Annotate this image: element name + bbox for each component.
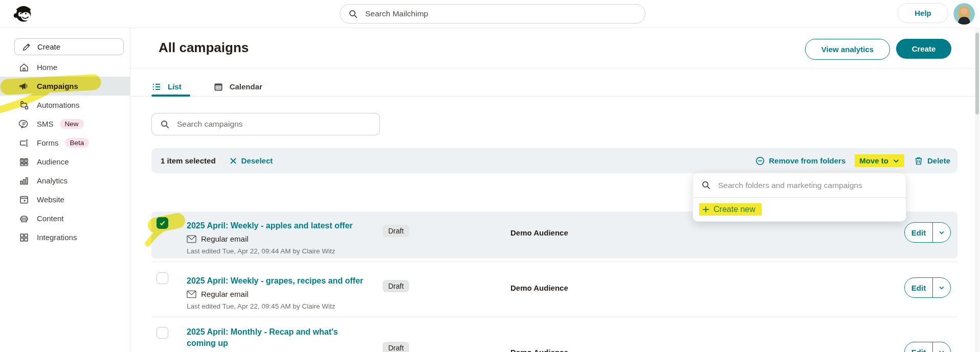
sidebar-item-campaigns[interactable]: Campaigns — [0, 77, 130, 96]
sidebar-item-label: Content — [37, 214, 64, 223]
folder-search-input[interactable] — [717, 180, 898, 191]
tabs-divider — [130, 96, 980, 97]
delete-button[interactable]: Delete — [914, 156, 950, 166]
sidebar-item-label: Integrations — [37, 233, 77, 242]
sidebar-item-automations[interactable]: Automations — [0, 96, 130, 114]
edit-button[interactable]: Edit — [905, 223, 932, 242]
sidebar-item-forms[interactable]: Forms Beta — [0, 133, 130, 152]
search-icon — [348, 9, 358, 19]
megaphone-icon — [18, 81, 30, 92]
global-search — [340, 4, 645, 24]
home-icon — [18, 62, 30, 73]
plus-icon — [701, 205, 710, 214]
campaign-type: Regular email — [201, 290, 249, 298]
edit-button[interactable]: Edit — [905, 278, 932, 297]
sidebar: Create Home Campaigns Automations SMS Ne… — [0, 28, 130, 352]
edit-dropdown-toggle[interactable] — [932, 223, 950, 242]
selected-count: 1 item selected — [161, 156, 216, 165]
remove-from-folders-button[interactable]: Remove from folders — [755, 156, 845, 166]
row-checkbox[interactable] — [157, 272, 168, 284]
move-to-label: Move to — [859, 156, 888, 165]
global-search-input[interactable] — [364, 9, 637, 19]
page-title: All campaigns — [159, 40, 249, 56]
sidebar-item-analytics[interactable]: Analytics — [0, 171, 130, 190]
folder-search — [693, 173, 906, 198]
campaign-row: 2025 April: Weekly - grapes, recipes and… — [151, 267, 957, 314]
user-avatar[interactable] — [953, 3, 975, 25]
edit-dropdown-toggle[interactable] — [932, 342, 950, 352]
trash-icon — [914, 156, 924, 166]
envelope-icon — [187, 235, 196, 243]
chevron-down-icon — [893, 157, 900, 165]
deselect-button[interactable]: Deselect — [229, 156, 273, 165]
new-badge: New — [60, 119, 84, 129]
row-divider — [151, 317, 957, 317]
create-campaign-button[interactable]: Create — [896, 39, 951, 59]
search-icon — [160, 120, 170, 129]
edit-dropdown-toggle[interactable] — [932, 278, 950, 297]
sidebar-item-label: Analytics — [37, 176, 68, 185]
sidebar-create-button[interactable]: Create — [14, 38, 124, 55]
active-tab-indicator — [151, 95, 190, 97]
help-button[interactable]: Help — [898, 3, 948, 23]
pencil-icon — [22, 42, 31, 52]
status-badge: Draft — [383, 342, 409, 352]
tab-list[interactable]: List — [151, 82, 182, 92]
row-checkbox[interactable] — [157, 327, 168, 339]
campaign-name-link[interactable]: 2025 April: Weekly - grapes, recipes and… — [187, 275, 363, 287]
move-to-button[interactable]: Move to — [855, 154, 904, 167]
scrollbar-thumb[interactable] — [975, 33, 979, 114]
audience-icon — [18, 156, 30, 168]
content-icon — [18, 213, 30, 224]
edit-split-button: Edit — [904, 342, 951, 352]
campaign-row: 2025 April: Monthly - Recap and what's c… — [151, 321, 957, 352]
view-analytics-button[interactable]: View analytics — [805, 39, 890, 60]
audience-name: Demo Audience — [510, 284, 568, 292]
sidebar-item-label: Campaigns — [37, 82, 78, 90]
tab-calendar[interactable]: Calendar — [213, 82, 262, 92]
create-new-folder-button[interactable]: Create new — [693, 198, 906, 221]
sidebar-item-sms[interactable]: SMS New — [0, 114, 130, 133]
campaign-search — [151, 113, 380, 135]
delete-label: Delete — [927, 156, 950, 165]
sidebar-item-home[interactable]: Home — [0, 58, 130, 77]
chevron-down-icon — [938, 229, 945, 236]
chevron-down-icon — [938, 348, 945, 352]
sidebar-item-audience[interactable]: Audience — [0, 152, 130, 171]
create-label: Create — [37, 42, 60, 51]
header-divider — [130, 68, 980, 68]
sidebar-item-label: SMS — [37, 120, 54, 128]
sidebar-item-content[interactable]: Content — [0, 209, 130, 228]
tab-calendar-label: Calendar — [230, 82, 262, 91]
sidebar-item-label: Automations — [37, 101, 79, 109]
edit-button[interactable]: Edit — [905, 342, 932, 352]
integrations-icon — [18, 232, 30, 243]
list-icon — [151, 82, 162, 92]
beta-badge: Beta — [65, 138, 90, 148]
selection-bar: 1 item selected Deselect Remove from fol… — [151, 148, 957, 173]
deselect-label: Deselect — [241, 156, 273, 165]
row-checkbox-checked[interactable] — [157, 217, 168, 229]
sidebar-item-website[interactable]: Website — [0, 190, 130, 209]
campaign-name-link[interactable]: 2025 April: Monthly - Recap and what's c… — [187, 326, 355, 349]
mailchimp-logo-icon[interactable] — [12, 2, 35, 25]
top-bar: Help — [0, 0, 980, 28]
create-new-label: Create new — [714, 205, 755, 214]
last-edited-text: Last edited Tue, Apr 22, 09:45 AM by Cla… — [187, 302, 335, 310]
close-icon — [229, 157, 237, 165]
sidebar-item-label: Website — [37, 195, 64, 204]
sms-icon — [18, 119, 30, 130]
sidebar-nav: Home Campaigns Automations SMS New Forms… — [0, 58, 130, 247]
sidebar-item-integrations[interactable]: Integrations — [0, 228, 130, 247]
campaign-name-link[interactable]: 2025 April: Weekly - apples and latest o… — [187, 220, 353, 231]
forms-icon — [18, 137, 30, 149]
last-edited-text: Last edited Tue, Apr 22, 09:44 AM by Cla… — [187, 247, 335, 255]
chevron-down-icon — [938, 284, 945, 291]
sidebar-item-label: Audience — [37, 157, 69, 166]
row-divider — [151, 262, 957, 262]
campaign-search-input[interactable] — [176, 119, 371, 129]
main-content: All campaigns View analytics Create List… — [130, 28, 980, 352]
tab-list-label: List — [168, 82, 182, 91]
edit-split-button: Edit — [904, 277, 951, 298]
view-tabs: List Calendar — [151, 77, 262, 97]
